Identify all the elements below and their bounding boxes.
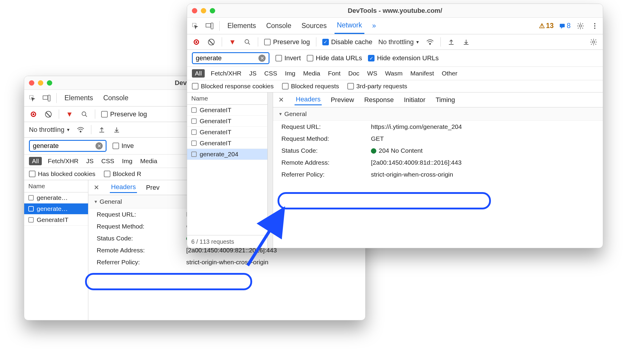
tab-timing[interactable]: Timing bbox=[435, 95, 456, 105]
type-media[interactable]: Media bbox=[301, 69, 322, 78]
list-item[interactable]: generate_204 bbox=[187, 149, 267, 160]
svg-point-10 bbox=[579, 25, 582, 27]
inspect-icon[interactable] bbox=[28, 94, 37, 103]
third-party-checkbox[interactable]: 3rd-party requests bbox=[347, 83, 407, 90]
type-css[interactable]: CSS bbox=[263, 69, 279, 78]
throttling-select[interactable]: No throttling ▼ bbox=[378, 38, 420, 46]
tab-preview[interactable]: Prev bbox=[145, 183, 161, 193]
type-other[interactable]: Other bbox=[440, 69, 459, 78]
tab-initiator[interactable]: Initiator bbox=[403, 95, 426, 105]
tab-console[interactable]: Console bbox=[101, 90, 131, 106]
invert-checkbox[interactable]: Inve bbox=[113, 142, 134, 150]
type-css[interactable]: CSS bbox=[100, 157, 116, 165]
svg-point-13 bbox=[594, 27, 595, 29]
clear-button[interactable] bbox=[207, 38, 216, 47]
preserve-log-checkbox[interactable]: Preserve log bbox=[264, 38, 310, 46]
type-all[interactable]: All bbox=[29, 157, 42, 165]
type-js[interactable]: JS bbox=[247, 69, 258, 78]
type-img[interactable]: Img bbox=[283, 69, 297, 78]
record-button[interactable] bbox=[192, 38, 201, 47]
device-toolbar-icon[interactable] bbox=[205, 21, 214, 30]
svg-point-5 bbox=[80, 131, 81, 132]
window-title: DevTools - www.youtube.com/ bbox=[187, 7, 603, 15]
svg-point-12 bbox=[594, 25, 595, 26]
type-doc[interactable]: Doc bbox=[346, 69, 361, 78]
network-settings-gear-icon[interactable] bbox=[589, 38, 598, 47]
wifi-icon[interactable] bbox=[426, 38, 435, 47]
tab-console[interactable]: Console bbox=[264, 18, 294, 34]
download-icon[interactable] bbox=[112, 125, 121, 134]
wifi-icon[interactable] bbox=[76, 125, 85, 134]
filter-input[interactable] bbox=[196, 54, 255, 62]
list-item[interactable]: generate… bbox=[24, 192, 88, 203]
upload-icon[interactable] bbox=[447, 38, 456, 47]
list-item[interactable]: GenerateIT bbox=[24, 214, 88, 226]
type-js[interactable]: JS bbox=[84, 157, 95, 165]
filter-icon[interactable]: ▼ bbox=[228, 38, 237, 47]
name-column-header[interactable]: Name bbox=[24, 180, 88, 192]
more-menu-icon[interactable] bbox=[590, 21, 599, 30]
svg-line-4 bbox=[85, 115, 87, 117]
hide-data-urls-checkbox[interactable]: Hide data URLs bbox=[307, 54, 362, 62]
type-fetch[interactable]: Fetch/XHR bbox=[46, 157, 80, 165]
scrollbar[interactable] bbox=[268, 92, 273, 248]
tab-preview[interactable]: Preview bbox=[329, 95, 355, 105]
type-all[interactable]: All bbox=[192, 69, 205, 78]
download-icon[interactable] bbox=[462, 38, 471, 47]
warnings-badge[interactable]: ⚠13 bbox=[539, 22, 554, 30]
upload-icon[interactable] bbox=[97, 125, 106, 134]
close-detail-button[interactable]: ✕ bbox=[278, 96, 287, 104]
devtools-window-front: DevTools - www.youtube.com/ Elements Con… bbox=[187, 4, 603, 248]
more-tabs-button[interactable]: » bbox=[370, 18, 378, 34]
clear-button[interactable] bbox=[44, 110, 53, 119]
clear-filter-button[interactable]: ✕ bbox=[95, 142, 103, 149]
blocked-requests-checkbox[interactable]: Blocked R bbox=[104, 170, 141, 177]
close-detail-button[interactable]: ✕ bbox=[94, 184, 102, 192]
type-img[interactable]: Img bbox=[120, 157, 134, 165]
tab-sources[interactable]: Sources bbox=[299, 18, 329, 34]
invert-checkbox[interactable]: Invert bbox=[275, 54, 301, 62]
tab-elements[interactable]: Elements bbox=[225, 18, 258, 34]
type-ws[interactable]: WS bbox=[365, 69, 379, 78]
blocked-cookies-checkbox[interactable]: Has blocked cookies bbox=[29, 170, 95, 177]
filter-icon[interactable]: ▼ bbox=[65, 110, 74, 119]
hide-extension-urls-checkbox[interactable]: ✓Hide extension URLs bbox=[368, 54, 439, 62]
list-item[interactable]: GenerateIT bbox=[187, 105, 267, 116]
search-icon[interactable] bbox=[80, 110, 89, 119]
kv-row: Referrer Policy:strict-origin-when-cross… bbox=[273, 169, 603, 180]
general-section-header[interactable]: ▼General bbox=[273, 107, 603, 121]
list-item[interactable]: GenerateIT bbox=[187, 116, 267, 127]
inspect-icon[interactable] bbox=[191, 21, 200, 30]
type-media[interactable]: Media bbox=[138, 157, 159, 165]
tab-response[interactable]: Response bbox=[363, 95, 395, 105]
clear-filter-button[interactable]: ✕ bbox=[258, 55, 266, 62]
type-wasm[interactable]: Wasm bbox=[383, 69, 404, 78]
filter-input[interactable] bbox=[33, 142, 93, 150]
tab-elements[interactable]: Elements bbox=[62, 90, 95, 106]
list-item[interactable]: generate… bbox=[24, 203, 88, 214]
type-fetch[interactable]: Fetch/XHR bbox=[209, 69, 243, 78]
disable-cache-checkbox[interactable]: ✓Disable cache bbox=[322, 38, 372, 46]
tab-network[interactable]: Network bbox=[335, 18, 364, 34]
messages-badge[interactable]: 8 bbox=[559, 22, 571, 30]
blocked-response-cookies-checkbox[interactable]: Blocked response cookies bbox=[192, 83, 274, 90]
search-icon[interactable] bbox=[243, 38, 252, 47]
tab-headers[interactable]: Headers bbox=[295, 94, 322, 105]
blocked-requests-checkbox[interactable]: Blocked requests bbox=[282, 83, 339, 90]
list-item[interactable]: GenerateIT bbox=[187, 127, 267, 138]
list-item[interactable]: GenerateIT bbox=[187, 138, 267, 149]
svg-point-16 bbox=[429, 43, 431, 44]
record-button[interactable] bbox=[29, 110, 38, 119]
type-manifest[interactable]: Manifest bbox=[409, 69, 436, 78]
request-count: 6 / 113 requests bbox=[187, 235, 267, 248]
preserve-log-checkbox[interactable]: Preserve log bbox=[101, 110, 147, 118]
name-column-header[interactable]: Name bbox=[187, 92, 267, 105]
throttling-select[interactable]: No throttling ▼ bbox=[29, 126, 70, 134]
svg-rect-2 bbox=[48, 95, 50, 101]
svg-point-14 bbox=[245, 39, 249, 43]
type-font[interactable]: Font bbox=[326, 69, 342, 78]
settings-gear-icon[interactable] bbox=[576, 21, 585, 30]
svg-rect-1 bbox=[43, 96, 48, 99]
device-toolbar-icon[interactable] bbox=[42, 94, 51, 103]
tab-headers[interactable]: Headers bbox=[110, 182, 137, 193]
